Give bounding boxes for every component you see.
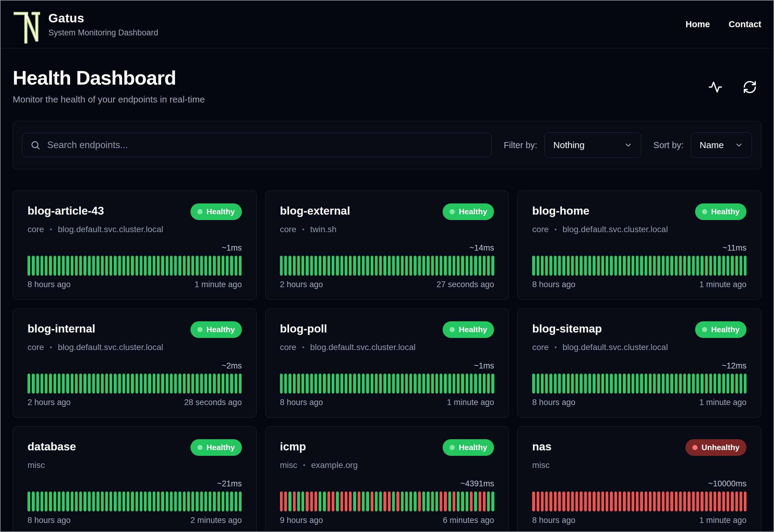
search-input[interactable] [47, 140, 483, 151]
uptime-bar [213, 256, 216, 276]
uptime-bar [588, 491, 591, 511]
uptime-bar [345, 256, 347, 276]
uptime-bar [571, 374, 574, 394]
uptime-bar [683, 374, 686, 394]
uptime-bar [619, 491, 621, 511]
uptime-bar [483, 491, 486, 511]
uptime-bar [41, 491, 43, 511]
uptime-bar [554, 374, 557, 394]
uptime-bar [105, 256, 108, 276]
status-badge: Healthy [695, 203, 746, 220]
activity-icon[interactable] [708, 80, 723, 94]
uptime-bar [217, 374, 220, 394]
uptime-bar [558, 491, 561, 511]
endpoint-card[interactable]: database Healthy misc ~21ms 8 hours ago … [13, 426, 257, 532]
uptime-bar [140, 256, 142, 276]
uptime-bar [314, 256, 317, 276]
endpoint-name: blog-sitemap [532, 321, 602, 335]
endpoint-card[interactable]: blog-article-43 Healthy core • blog.defa… [13, 190, 257, 300]
uptime-bar [183, 374, 186, 394]
search-box[interactable] [22, 133, 492, 157]
uptime-bar [688, 491, 690, 511]
uptime-bar [610, 491, 613, 511]
uptime-bar [640, 491, 643, 511]
uptime-bar [293, 256, 296, 276]
uptime-bar [479, 374, 481, 394]
uptime-bar [49, 491, 52, 511]
uptime-bar [293, 491, 296, 511]
endpoint-card[interactable]: blog-poll Healthy core • blog.default.sv… [265, 308, 509, 418]
uptime-bar [457, 256, 460, 276]
status-dot-icon [197, 445, 203, 450]
uptime-bar [96, 374, 99, 394]
uptime-bar [79, 256, 82, 276]
oldest-timestamp: 8 hours ago [28, 280, 71, 289]
uptime-bar [58, 491, 60, 511]
uptime-bar [105, 374, 108, 394]
uptime-bar [114, 256, 116, 276]
refresh-icon[interactable] [743, 80, 757, 94]
page-hero: Health Dashboard Monitor the health of y… [1, 48, 773, 105]
endpoint-card[interactable]: icmp Healthy misc • example.org ~4391ms … [265, 426, 509, 532]
endpoint-card[interactable]: blog-internal Healthy core • blog.defaul… [13, 308, 257, 418]
uptime-bar [174, 374, 177, 394]
endpoint-name: blog-poll [280, 321, 327, 335]
uptime-bar [127, 491, 129, 511]
uptime-bar [28, 256, 30, 276]
uptime-bar [675, 374, 678, 394]
uptime-bar [280, 256, 283, 276]
uptime-bar [657, 374, 660, 394]
uptime-bar [340, 374, 343, 394]
uptime-bar [118, 374, 121, 394]
status-dot-icon [197, 327, 203, 332]
uptime-bar [537, 256, 539, 276]
uptime-bar [657, 491, 660, 511]
uptime-bar [422, 374, 425, 394]
uptime-bar [235, 374, 237, 394]
uptime-bar [427, 256, 429, 276]
uptime-bar [636, 256, 639, 276]
uptime-bar [479, 491, 481, 511]
uptime-bar [584, 256, 587, 276]
main-nav: Home Contact [685, 19, 761, 29]
latency-label: ~10000ms [532, 479, 746, 488]
uptime-bar [388, 374, 391, 394]
uptime-bar [440, 491, 442, 511]
uptime-bar [345, 374, 347, 394]
sort-select[interactable]: Name [691, 132, 752, 158]
uptime-bar [88, 491, 91, 511]
uptime-bar [696, 374, 699, 394]
uptime-bar [606, 491, 608, 511]
uptime-bar [414, 256, 416, 276]
uptime-bar [349, 374, 352, 394]
endpoint-card[interactable]: blog-home Healthy core • blog.default.sv… [517, 190, 761, 300]
endpoint-name: blog-external [280, 203, 350, 217]
uptime-bar [541, 374, 544, 394]
uptime-bar [666, 256, 669, 276]
uptime-bar [122, 491, 125, 511]
uptime-bars [280, 491, 494, 511]
uptime-bar [196, 256, 198, 276]
uptime-bar [174, 491, 177, 511]
endpoint-card[interactable]: nas Unhealthy misc ~10000ms 8 hours ago … [517, 426, 761, 532]
endpoint-host: twin.sh [310, 225, 337, 234]
endpoint-card[interactable]: blog-external Healthy core • twin.sh ~14… [265, 190, 509, 300]
uptime-bar [440, 256, 442, 276]
uptime-bar [414, 491, 416, 511]
endpoint-host: blog.default.svc.cluster.local [58, 342, 163, 352]
filter-select[interactable]: Nothing [545, 132, 641, 158]
uptime-bar [75, 374, 78, 394]
latency-label: ~4391ms [280, 479, 494, 488]
uptime-bar [371, 491, 373, 511]
nav-link-contact[interactable]: Contact [729, 19, 761, 29]
uptime-bar [487, 256, 490, 276]
endpoint-card[interactable]: blog-sitemap Healthy core • blog.default… [517, 308, 761, 418]
uptime-bar [301, 491, 304, 511]
nav-link-home[interactable]: Home [685, 19, 710, 29]
meta-separator: • [554, 343, 557, 351]
uptime-bar [466, 256, 468, 276]
uptime-bar [131, 374, 134, 394]
uptime-bar [627, 491, 630, 511]
status-label: Healthy [459, 443, 487, 452]
oldest-timestamp: 8 hours ago [532, 398, 575, 407]
